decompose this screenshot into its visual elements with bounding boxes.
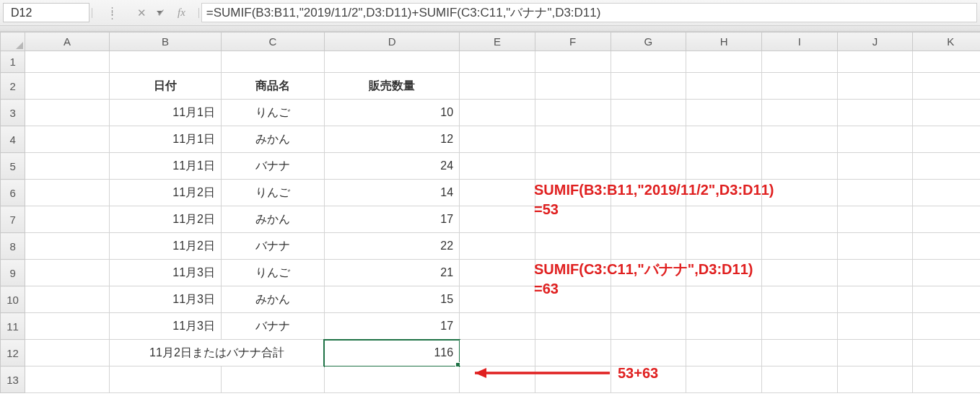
cell[interactable] bbox=[535, 51, 611, 73]
cell[interactable] bbox=[837, 260, 913, 286]
cell[interactable] bbox=[686, 260, 762, 286]
cell-product[interactable]: バナナ bbox=[222, 233, 325, 260]
cell[interactable] bbox=[761, 126, 837, 153]
cell-date[interactable]: 11月1日 bbox=[109, 100, 221, 126]
cell-date[interactable]: 11月1日 bbox=[109, 126, 221, 153]
cancel-icon[interactable]: ✕ bbox=[137, 6, 146, 19]
cell[interactable] bbox=[761, 286, 837, 313]
cell[interactable] bbox=[25, 100, 110, 126]
col-header[interactable]: K bbox=[913, 32, 980, 51]
row-header[interactable]: 3 bbox=[1, 100, 25, 126]
cell[interactable] bbox=[25, 260, 110, 286]
cell[interactable] bbox=[535, 153, 611, 180]
cell-qty[interactable]: 12 bbox=[324, 126, 459, 153]
cell[interactable] bbox=[686, 313, 762, 340]
cell[interactable] bbox=[837, 366, 913, 393]
cell[interactable] bbox=[913, 180, 980, 206]
cell[interactable] bbox=[611, 313, 686, 340]
cell[interactable] bbox=[761, 51, 837, 73]
cell[interactable] bbox=[913, 260, 980, 286]
cell[interactable] bbox=[686, 180, 762, 206]
cell[interactable] bbox=[460, 180, 535, 206]
cell[interactable] bbox=[611, 260, 686, 286]
row-header[interactable]: 9 bbox=[1, 260, 25, 286]
cell[interactable] bbox=[913, 153, 980, 180]
cell[interactable] bbox=[837, 100, 913, 126]
cell[interactable] bbox=[837, 126, 913, 153]
col-header[interactable]: J bbox=[837, 32, 913, 51]
cell[interactable] bbox=[686, 126, 762, 153]
cell-qty[interactable]: 17 bbox=[324, 313, 459, 340]
cell[interactable] bbox=[535, 340, 611, 366]
cell[interactable] bbox=[460, 286, 535, 313]
row-header[interactable]: 6 bbox=[1, 180, 25, 206]
cell[interactable] bbox=[837, 340, 913, 366]
row-header[interactable]: 7 bbox=[1, 206, 25, 233]
name-box-wrap[interactable] bbox=[3, 3, 89, 22]
cell[interactable] bbox=[611, 206, 686, 233]
cell[interactable] bbox=[535, 313, 611, 340]
summary-value-cell[interactable]: 116 bbox=[324, 340, 459, 366]
cell[interactable] bbox=[460, 100, 535, 126]
cell[interactable] bbox=[913, 126, 980, 153]
cell[interactable] bbox=[761, 313, 837, 340]
cell-qty[interactable]: 21 bbox=[324, 260, 459, 286]
cell[interactable] bbox=[25, 180, 110, 206]
cell[interactable] bbox=[686, 100, 762, 126]
cell[interactable] bbox=[535, 73, 611, 100]
cell-qty[interactable]: 15 bbox=[324, 286, 459, 313]
table-header-date[interactable]: 日付 bbox=[109, 73, 221, 100]
cell[interactable] bbox=[535, 180, 611, 206]
cell[interactable] bbox=[535, 260, 611, 286]
cell[interactable] bbox=[611, 126, 686, 153]
cell[interactable] bbox=[535, 206, 611, 233]
cell-product[interactable]: みかん bbox=[222, 126, 325, 153]
cell[interactable] bbox=[109, 51, 221, 73]
cell[interactable] bbox=[611, 51, 686, 73]
cell-product[interactable]: バナナ bbox=[222, 153, 325, 180]
cell[interactable] bbox=[460, 366, 535, 393]
cell-date[interactable]: 11月2日 bbox=[109, 180, 221, 206]
row-header[interactable]: 1 bbox=[1, 51, 25, 73]
cell[interactable] bbox=[837, 73, 913, 100]
cell-product[interactable]: バナナ bbox=[222, 313, 325, 340]
cell[interactable] bbox=[761, 340, 837, 366]
cell[interactable] bbox=[913, 340, 980, 366]
cell[interactable] bbox=[25, 313, 110, 340]
cell[interactable] bbox=[222, 366, 325, 393]
cell[interactable] bbox=[686, 73, 762, 100]
cell[interactable] bbox=[837, 233, 913, 260]
cell[interactable] bbox=[761, 260, 837, 286]
cell[interactable] bbox=[913, 233, 980, 260]
cell[interactable] bbox=[460, 313, 535, 340]
cell[interactable] bbox=[25, 340, 110, 366]
col-header[interactable]: D bbox=[324, 32, 459, 51]
cell-date[interactable]: 11月3日 bbox=[109, 313, 221, 340]
cell[interactable] bbox=[761, 233, 837, 260]
cell[interactable] bbox=[837, 286, 913, 313]
cell-date[interactable]: 11月2日 bbox=[109, 233, 221, 260]
cell[interactable] bbox=[686, 153, 762, 180]
cell[interactable] bbox=[761, 206, 837, 233]
cell[interactable] bbox=[686, 51, 762, 73]
cell[interactable] bbox=[25, 233, 110, 260]
summary-label-cell[interactable]: 11月2日またはバナナ合計 bbox=[109, 340, 324, 366]
cell[interactable] bbox=[837, 206, 913, 233]
col-header[interactable]: E bbox=[460, 32, 535, 51]
col-header[interactable]: F bbox=[535, 32, 611, 51]
cell[interactable] bbox=[460, 206, 535, 233]
cell[interactable] bbox=[913, 206, 980, 233]
cell[interactable] bbox=[913, 313, 980, 340]
cell[interactable] bbox=[761, 73, 837, 100]
cell[interactable] bbox=[913, 51, 980, 73]
cell[interactable] bbox=[324, 366, 459, 393]
cell[interactable] bbox=[761, 180, 837, 206]
cell[interactable] bbox=[837, 180, 913, 206]
cell-qty[interactable]: 22 bbox=[324, 233, 459, 260]
cell[interactable] bbox=[686, 366, 762, 393]
cell[interactable] bbox=[25, 73, 110, 100]
cell[interactable] bbox=[535, 366, 611, 393]
cell[interactable] bbox=[25, 153, 110, 180]
cell[interactable] bbox=[611, 286, 686, 313]
cell[interactable] bbox=[535, 286, 611, 313]
